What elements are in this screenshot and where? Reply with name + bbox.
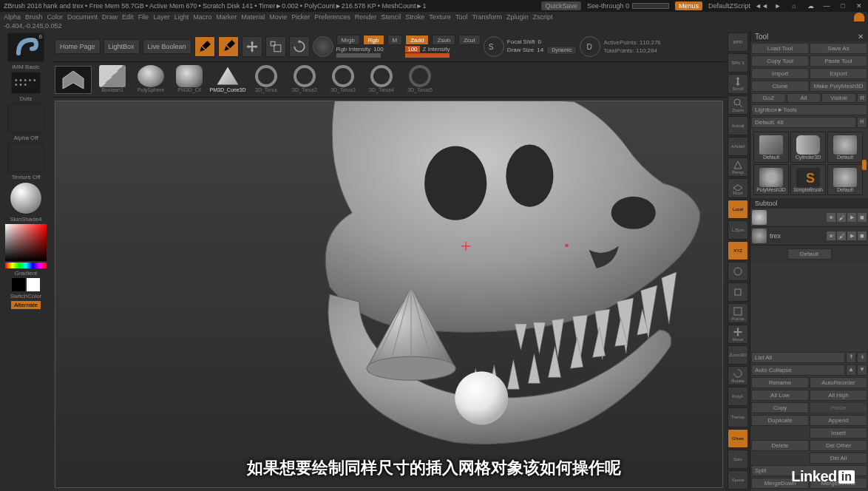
menu-zscript[interactable]: Zscript xyxy=(533,13,553,21)
saveas-button[interactable]: Save As xyxy=(810,43,867,54)
rotate-button[interactable] xyxy=(289,36,310,57)
move-up-button[interactable]: ▲ xyxy=(846,365,856,376)
shelf-item-torus4[interactable]: 3D_Torus4 xyxy=(364,65,399,95)
default-r-button[interactable]: R xyxy=(857,117,867,128)
hue-strip[interactable] xyxy=(5,263,47,268)
zoom3d-button[interactable]: Zoom3D xyxy=(728,345,748,365)
menu-light[interactable]: Light xyxy=(174,13,189,21)
maximize-icon[interactable]: □ xyxy=(838,1,848,11)
listall-button[interactable]: List All xyxy=(751,352,845,363)
draw-button[interactable] xyxy=(218,36,239,57)
subtool-start-icon[interactable]: ▶ xyxy=(847,213,856,222)
down-arrow-button[interactable]: ↡ xyxy=(857,352,867,363)
mrgb-button[interactable]: Mrgb xyxy=(336,35,360,45)
menu-macro[interactable]: Macro xyxy=(193,13,211,21)
tool-panel-header[interactable]: Tool✕ xyxy=(750,31,868,42)
menus-button[interactable]: Menus xyxy=(675,1,702,10)
ghost-button[interactable]: Ghost xyxy=(728,429,748,448)
drawsize-preview[interactable]: D xyxy=(580,36,600,57)
menu-alpha[interactable]: Alpha xyxy=(4,13,21,21)
lightbox-tools-button[interactable]: Lightbox►Tools xyxy=(751,104,867,115)
m-button[interactable]: M xyxy=(387,35,403,45)
insert-button[interactable]: Insert xyxy=(810,427,867,438)
shelf-item-torus3[interactable]: 3D_Torus3 xyxy=(325,65,361,95)
move-down-button[interactable]: ▼ xyxy=(857,365,867,376)
move-button[interactable] xyxy=(242,36,262,57)
close-panel-icon[interactable]: ✕ xyxy=(858,33,864,41)
up-arrow-button[interactable]: ↟ xyxy=(846,352,856,363)
menu-color[interactable]: Color xyxy=(47,13,64,21)
shelf-item-cube[interactable]: Boolean1 xyxy=(95,65,130,95)
clone-button[interactable]: Clone xyxy=(751,81,809,92)
rename-button[interactable]: Rename xyxy=(751,377,809,388)
lightbox-button[interactable]: LightBox xyxy=(104,39,140,54)
subtool-start-icon[interactable]: ▶ xyxy=(847,231,856,240)
shelf-item-cone[interactable]: PM3D_Cone3D xyxy=(210,65,245,95)
color-main[interactable] xyxy=(12,278,25,291)
zcut-button[interactable]: Zcut xyxy=(458,35,481,45)
spix-button[interactable]: SPix 3 xyxy=(728,53,748,72)
move-view-button[interactable]: Move xyxy=(728,325,748,344)
shelf-item-cylinder[interactable]: PM3D_Cil xyxy=(172,65,207,95)
menu-document[interactable]: Document xyxy=(67,13,98,21)
alternate-button[interactable]: Alternate xyxy=(11,301,41,309)
viewport[interactable] xyxy=(55,101,723,488)
subtool-paint-icon[interactable]: 🖌 xyxy=(837,213,846,222)
goz-all-button[interactable]: All xyxy=(787,93,821,103)
export-button[interactable]: Export xyxy=(810,68,867,79)
texture-thumb[interactable] xyxy=(7,143,44,172)
menu-edit[interactable]: Edit xyxy=(122,13,134,21)
subtool-vis-icon[interactable]: 👁 xyxy=(827,213,835,222)
goz-visible-button[interactable]: Visible xyxy=(821,93,856,103)
prev-icon[interactable]: ◄◄ xyxy=(756,1,767,11)
color-picker[interactable] xyxy=(5,224,47,261)
menu-layer[interactable]: Layer xyxy=(153,13,170,21)
menu-material[interactable]: Material xyxy=(241,13,265,21)
z-intensity-slider[interactable] xyxy=(405,53,450,58)
home-icon[interactable]: ⌂ xyxy=(789,1,799,11)
subtool-end-icon[interactable]: ◼ xyxy=(858,231,867,240)
rgb-button[interactable]: Rgb xyxy=(363,35,384,45)
menu-preferences[interactable]: Preferences xyxy=(314,13,350,21)
goz-r-button[interactable]: R xyxy=(857,93,867,103)
aahalf-button[interactable]: AAHalf xyxy=(728,137,748,156)
tool-scroll[interactable] xyxy=(862,160,867,170)
dynamic-button[interactable]: Dynamic xyxy=(546,46,577,55)
makepolymesh-button[interactable]: Make PolyMesh3D xyxy=(810,81,867,92)
frame-button[interactable]: Frame xyxy=(728,303,748,322)
menu-zplugin[interactable]: Zplugin xyxy=(506,13,529,21)
menu-stroke[interactable]: Stroke xyxy=(405,13,424,21)
copytool-button[interactable]: Copy Tool xyxy=(751,55,809,67)
solo-button[interactable]: Solo xyxy=(728,450,748,469)
focal-control[interactable]: S xyxy=(484,36,504,57)
rgb-intensity-slider[interactable] xyxy=(336,53,381,58)
duplicate-button[interactable]: Duplicate xyxy=(751,415,809,426)
allhigh-button[interactable]: All High xyxy=(810,390,867,401)
pin-icon[interactable] xyxy=(854,13,864,21)
subtool-header[interactable]: Subtool xyxy=(750,198,868,209)
shelf-prev[interactable] xyxy=(55,66,92,94)
import-button[interactable]: Import xyxy=(751,68,809,79)
brush-thumb[interactable]: 8 xyxy=(7,33,44,62)
cam-button-2[interactable] xyxy=(728,282,748,302)
default-slider[interactable]: Default. 48 xyxy=(751,117,856,128)
gyro-control[interactable] xyxy=(313,36,333,57)
minimize-icon[interactable]: — xyxy=(821,1,832,11)
menu-file[interactable]: File xyxy=(138,13,149,21)
shelf-item-sphere[interactable]: PolySphere xyxy=(133,65,169,95)
homepage-button[interactable]: Home Page xyxy=(55,39,101,54)
subtool-paint-icon[interactable]: 🖌 xyxy=(837,231,846,240)
next-icon[interactable]: ► xyxy=(773,1,783,11)
loadtool-button[interactable]: Load Tool xyxy=(751,43,809,54)
menu-brush[interactable]: Brush xyxy=(25,13,43,21)
autocollapse-button[interactable]: Auto Collapse xyxy=(751,365,845,376)
menu-texture[interactable]: Texture xyxy=(429,13,451,21)
delete-button[interactable]: Delete xyxy=(751,440,809,451)
menu-transform[interactable]: Transform xyxy=(472,13,502,21)
bpr-button[interactable]: BPR xyxy=(728,33,748,52)
menu-render[interactable]: Render xyxy=(355,13,377,21)
rotate-view-button[interactable]: Rotate xyxy=(728,366,748,385)
transp-button[interactable]: Transp xyxy=(728,407,748,427)
edit-button[interactable] xyxy=(194,36,215,57)
subtool-default-button[interactable]: Default xyxy=(787,248,832,260)
